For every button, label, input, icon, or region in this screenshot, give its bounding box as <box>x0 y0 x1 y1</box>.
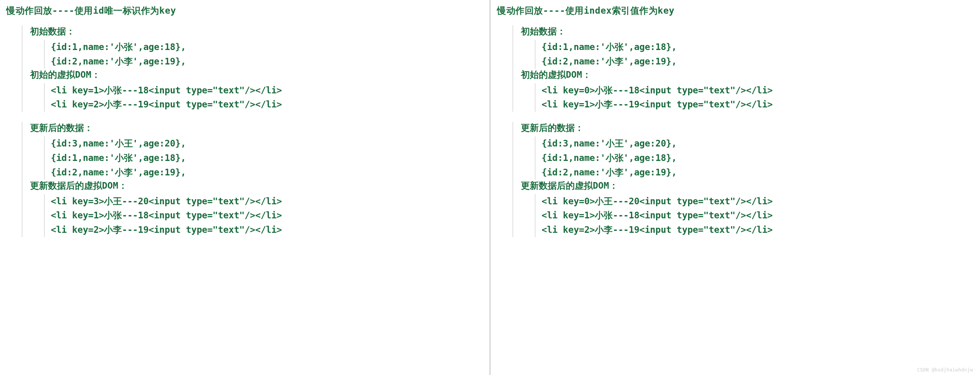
left-section-initial-data: 初始数据： {id:1,name:'小张',age:18}, {id:2,nam… <box>22 25 483 112</box>
section-heading: 更新后的数据： <box>521 122 974 134</box>
dom-line: <li key=0>小王---20<input type="text"/></l… <box>542 194 974 209</box>
section-heading: 初始数据： <box>30 25 483 38</box>
data-line: {id:2,name:'小李',age:19}, <box>51 165 483 180</box>
right-title: 慢动作回放----使用index索引值作为key <box>497 5 974 17</box>
data-line: {id:1,name:'小张',age:18}, <box>51 151 483 165</box>
right-section-updated-data: 更新后的数据： {id:3,name:'小王',age:20}, {id:1,n… <box>513 122 974 237</box>
data-line: {id:2,name:'小李',age:19}, <box>51 54 483 69</box>
inner-block: <li key=1>小张---18<input type="text"/></l… <box>44 83 483 112</box>
data-line: {id:3,name:'小王',age:20}, <box>51 136 483 151</box>
inner-block: {id:3,name:'小王',age:20}, {id:1,name:'小张'… <box>535 136 974 179</box>
section-heading: 更新后的数据： <box>30 122 483 134</box>
section-heading: 初始的虚拟DOM： <box>521 69 974 81</box>
dom-line: <li key=1>小张---18<input type="text"/></l… <box>542 208 974 223</box>
left-pane: 慢动作回放----使用id唯一标识作为key 初始数据： {id:1,name:… <box>0 0 490 375</box>
data-line: {id:3,name:'小王',age:20}, <box>542 136 974 151</box>
inner-block: <li key=0>小王---20<input type="text"/></l… <box>535 194 974 237</box>
right-section-initial-data: 初始数据： {id:1,name:'小张',age:18}, {id:2,nam… <box>513 25 974 112</box>
data-line: {id:1,name:'小张',age:18}, <box>542 151 974 165</box>
dom-line: <li key=2>小李---19<input type="text"/></l… <box>51 223 483 237</box>
dom-line: <li key=2>小李---19<input type="text"/></l… <box>542 223 974 237</box>
inner-block: <li key=0>小张---18<input type="text"/></l… <box>535 83 974 112</box>
watermark: CSDN @hsdjhaiwhdnjw <box>917 367 973 373</box>
left-title: 慢动作回放----使用id唯一标识作为key <box>6 5 483 17</box>
dom-line: <li key=1>小李---19<input type="text"/></l… <box>542 97 974 112</box>
dom-line: <li key=1>小张---18<input type="text"/></l… <box>51 208 483 223</box>
left-section-updated-data: 更新后的数据： {id:3,name:'小王',age:20}, {id:1,n… <box>22 122 483 237</box>
dom-line: <li key=3>小王---20<input type="text"/></l… <box>51 194 483 209</box>
section-heading: 更新数据后的虚拟DOM： <box>521 180 974 192</box>
data-line: {id:2,name:'小李',age:19}, <box>542 54 974 69</box>
right-pane: 慢动作回放----使用index索引值作为key 初始数据： {id:1,nam… <box>490 0 980 375</box>
inner-block: {id:1,name:'小张',age:18}, {id:2,name:'小李'… <box>44 40 483 69</box>
dom-line: <li key=0>小张---18<input type="text"/></l… <box>542 83 974 98</box>
data-line: {id:2,name:'小李',age:19}, <box>542 165 974 180</box>
data-line: {id:1,name:'小张',age:18}, <box>542 40 974 54</box>
inner-block: {id:1,name:'小张',age:18}, {id:2,name:'小李'… <box>535 40 974 69</box>
data-line: {id:1,name:'小张',age:18}, <box>51 40 483 54</box>
dom-line: <li key=2>小李---19<input type="text"/></l… <box>51 97 483 112</box>
inner-block: <li key=3>小王---20<input type="text"/></l… <box>44 194 483 237</box>
inner-block: {id:3,name:'小王',age:20}, {id:1,name:'小张'… <box>44 136 483 179</box>
dom-line: <li key=1>小张---18<input type="text"/></l… <box>51 83 483 98</box>
section-heading: 初始数据： <box>521 25 974 38</box>
section-heading: 初始的虚拟DOM： <box>30 69 483 81</box>
section-heading: 更新数据后的虚拟DOM： <box>30 180 483 192</box>
